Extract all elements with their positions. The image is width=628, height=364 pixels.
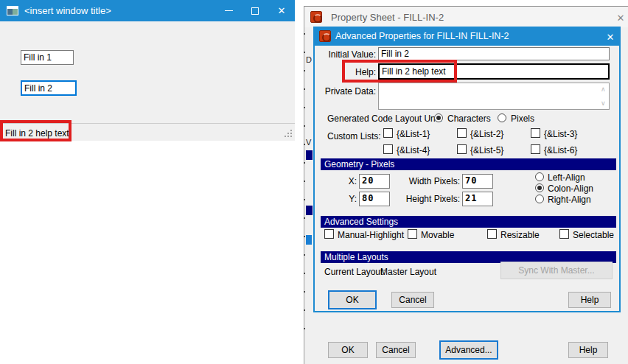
test-window-titlebar[interactable]: <insert window title> ✕: [0, 0, 295, 21]
custom-list-checkbox-6[interactable]: [531, 144, 540, 154]
custom-list-6-label: {&List-6}: [544, 145, 577, 155]
current-layout-value: Master Layout: [380, 267, 436, 277]
custom-list-3-label: {&List-3}: [544, 129, 577, 139]
advanced-properties-dialog: Advanced Properties for FILL-IN FILL-IN-…: [313, 27, 621, 312]
test-window-title: <insert window title>: [24, 5, 111, 16]
custom-list-checkbox-1[interactable]: [383, 128, 393, 138]
maximize-icon: [251, 7, 259, 15]
custom-list-checkbox-4[interactable]: [383, 144, 393, 154]
current-layout-label: Current Layout:: [324, 267, 385, 277]
sheet-edge-fragment: D: [306, 55, 312, 64]
custom-list-4-label: {&List-4}: [397, 145, 430, 155]
openedge-icon: [319, 30, 331, 42]
custom-list-5-label: {&List-5}: [470, 145, 503, 155]
fill-in-1-field[interactable]: Fill in 1: [21, 50, 74, 65]
sheet-cancel-button[interactable]: Cancel: [376, 342, 416, 358]
sheet-advanced-button[interactable]: Advanced...: [439, 340, 498, 360]
resizable-label: Resizable: [500, 230, 540, 240]
align-radio-left[interactable]: [535, 172, 544, 181]
align-colon-label: Colon-Align: [548, 183, 593, 194]
scroll-down-icon[interactable]: ∨: [601, 99, 606, 107]
sheet-edge-fragment: V: [306, 138, 311, 147]
advanced-dialog-ok-button[interactable]: OK: [328, 290, 377, 309]
sheet-highlight-fragment: [306, 235, 312, 245]
custom-list-checkbox-5[interactable]: [457, 144, 467, 154]
geometry-y-input[interactable]: 80: [359, 192, 390, 206]
layout-unit-radio-pixels[interactable]: [498, 113, 506, 122]
advanced-dialog-titlebar[interactable]: Advanced Properties for FILL-IN FILL-IN-…: [315, 28, 619, 46]
initial-value-input[interactable]: Fill in 2: [378, 47, 610, 60]
movable-label: Movable: [421, 230, 454, 240]
window-icon: [7, 6, 18, 15]
maximize-button[interactable]: [242, 0, 268, 21]
layout-unit-radio-characters[interactable]: [434, 113, 443, 122]
initial-value-label: Initial Value:: [322, 49, 376, 60]
private-data-input[interactable]: [378, 83, 610, 110]
sheet-ok-button[interactable]: OK: [328, 342, 368, 358]
close-button[interactable]: ✕: [268, 0, 295, 21]
openedge-icon: [310, 11, 322, 23]
layout-unit-pixels-label: Pixels: [511, 113, 534, 124]
private-data-label: Private Data:: [322, 86, 376, 97]
sheet-help-button[interactable]: Help: [568, 342, 608, 358]
advanced-settings-section-header: Advanced Settings: [321, 216, 616, 228]
manual-highlight-checkbox[interactable]: [324, 229, 334, 239]
minimize-button[interactable]: [215, 0, 242, 21]
geometry-x-input[interactable]: 20: [359, 174, 390, 189]
sync-with-master-button: Sync With Master...: [500, 262, 613, 279]
annotation-box-help-field: [342, 60, 457, 83]
layout-unit-label: Generated Code Layout Unit:: [327, 113, 442, 124]
advanced-dialog-help-button[interactable]: Help: [568, 292, 611, 308]
selectable-label: Selectable: [573, 230, 614, 240]
align-radio-colon[interactable]: [535, 183, 544, 192]
movable-checkbox[interactable]: [408, 229, 417, 239]
geometry-width-input[interactable]: 70: [462, 174, 493, 189]
advanced-dialog-cancel-button[interactable]: Cancel: [391, 292, 434, 308]
custom-list-1-label: {&List-1}: [397, 129, 430, 139]
minimize-icon: [225, 10, 233, 11]
align-radio-right[interactable]: [535, 195, 544, 203]
geometry-height-label: Height Pixels:: [397, 194, 460, 204]
geometry-section-header: Geometry - Pixels: [321, 158, 616, 170]
custom-list-checkbox-3[interactable]: [531, 128, 540, 138]
resize-grip[interactable]: [290, 136, 292, 137]
align-right-label: Right-Align: [548, 195, 591, 205]
annotation-box-status-text: [0, 120, 71, 141]
scroll-up-icon[interactable]: ∧: [601, 85, 606, 93]
selectable-checkbox[interactable]: [559, 229, 569, 239]
geometry-height-input[interactable]: 21: [462, 192, 493, 206]
sheet-section-header-fragment: [306, 206, 313, 215]
geometry-x-label: X:: [337, 176, 357, 186]
geometry-width-label: Width Pixels:: [397, 176, 460, 186]
manual-highlight-label: Manual-Highlight: [338, 230, 404, 240]
layout-unit-characters-label: Characters: [447, 113, 491, 124]
custom-list-checkbox-2[interactable]: [457, 128, 467, 138]
resizable-checkbox[interactable]: [487, 229, 497, 239]
custom-lists-label: Custom Lists:: [327, 131, 381, 141]
close-icon: ✕: [278, 6, 286, 15]
property-sheet-titlebar[interactable]: Property Sheet - FILL-IN-2 ✕: [304, 7, 628, 27]
property-sheet-title: Property Sheet - FILL-IN-2: [331, 12, 444, 23]
fill-in-2-field[interactable]: Fill in 2: [21, 80, 77, 96]
custom-list-2-label: {&List-2}: [470, 129, 503, 139]
property-sheet-close-icon[interactable]: ✕: [614, 11, 627, 24]
advanced-dialog-title: Advanced Properties for FILL-IN FILL-IN-…: [335, 31, 509, 41]
geometry-y-label: Y:: [337, 194, 357, 204]
sheet-section-header-fragment: [306, 150, 313, 160]
advanced-dialog-close-icon[interactable]: ✕: [603, 29, 618, 44]
align-left-label: Left-Align: [548, 172, 585, 183]
